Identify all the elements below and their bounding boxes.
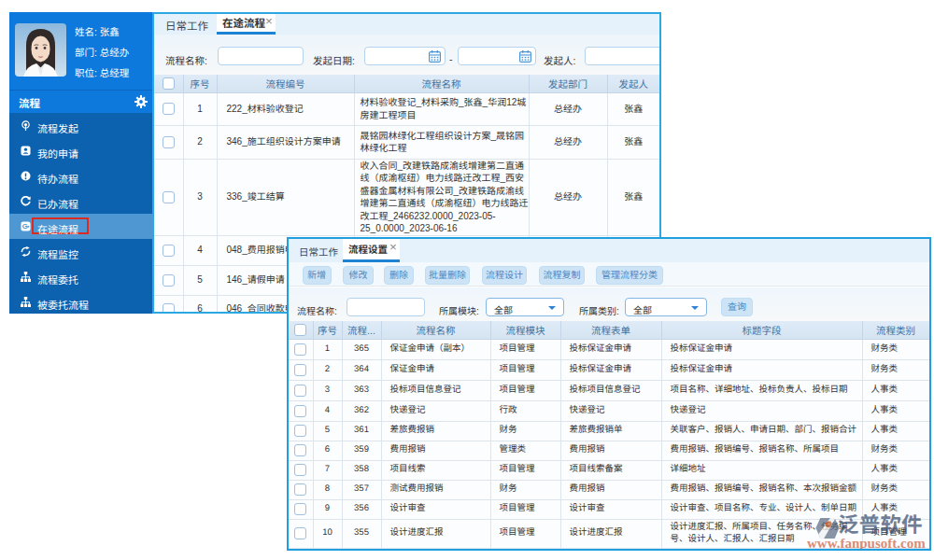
svg-text:G: G bbox=[22, 222, 28, 231]
